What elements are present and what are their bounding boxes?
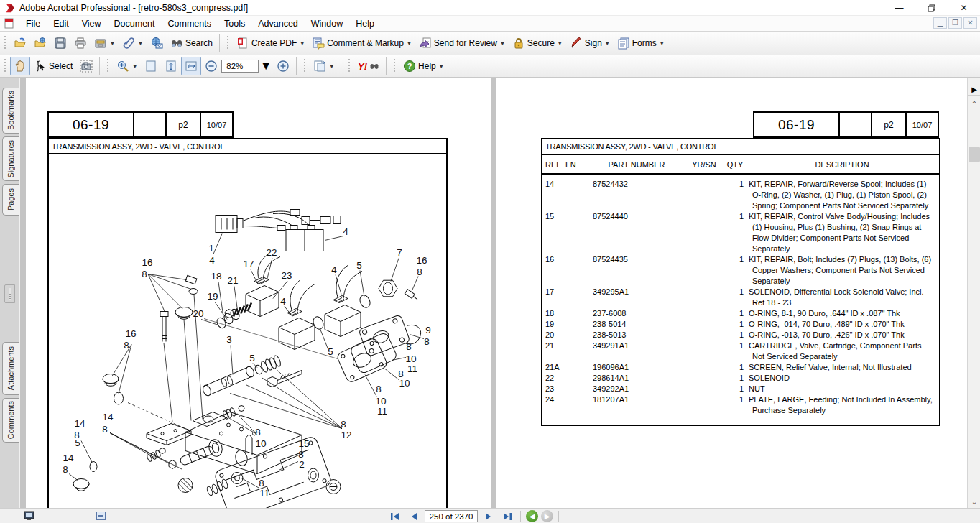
statusbar-separator bbox=[558, 511, 559, 522]
open-button[interactable] bbox=[10, 34, 30, 52]
svg-text:4: 4 bbox=[209, 255, 215, 266]
toolbar-grip[interactable] bbox=[348, 59, 351, 73]
toolbar-grip[interactable] bbox=[303, 59, 306, 73]
print-button[interactable] bbox=[70, 34, 91, 52]
tab-signatures[interactable]: Signatures bbox=[2, 136, 19, 181]
print-icon bbox=[74, 37, 87, 50]
screen-mode-icon[interactable] bbox=[24, 511, 34, 521]
toolbar-grip[interactable] bbox=[106, 59, 109, 73]
secure-button[interactable]: Secure ▼ bbox=[509, 34, 566, 52]
tab-comments[interactable]: Comments bbox=[2, 398, 19, 443]
last-page-icon bbox=[502, 512, 512, 521]
show-pane-button[interactable]: ▶ bbox=[968, 83, 980, 96]
yahoo-search-button[interactable]: Y! bbox=[354, 58, 383, 75]
organizer-icon bbox=[94, 37, 107, 50]
sign-button[interactable]: Sign ▼ bbox=[566, 34, 614, 52]
forms-icon bbox=[617, 37, 630, 50]
secure-label: Secure bbox=[527, 38, 555, 48]
doc-close-button[interactable]: ✕ bbox=[963, 17, 977, 29]
forms-button[interactable]: Forms ▼ bbox=[614, 34, 668, 52]
restore-icon bbox=[928, 4, 935, 12]
send-for-review-label: Send for Review bbox=[434, 38, 497, 48]
page-layout-button[interactable]: ▼ bbox=[310, 57, 338, 75]
toolbar-grip[interactable] bbox=[393, 59, 396, 73]
zoom-level-input[interactable] bbox=[221, 60, 259, 73]
menu-comments[interactable]: Comments bbox=[162, 17, 218, 30]
svg-text:7: 7 bbox=[397, 247, 402, 258]
scrollbar-thumb[interactable] bbox=[969, 147, 980, 162]
menu-advanced[interactable]: Advanced bbox=[251, 17, 305, 30]
svg-text:16: 16 bbox=[125, 328, 136, 339]
zoom-in-tool-button[interactable]: ▼ bbox=[113, 57, 141, 75]
dropdown-arrow-icon: ▼ bbox=[132, 64, 137, 69]
toolbar-grip[interactable] bbox=[4, 36, 6, 50]
menu-view[interactable]: View bbox=[75, 17, 108, 30]
svg-text:4: 4 bbox=[280, 296, 286, 307]
page-header-box: 06-19 p2 10/07 bbox=[47, 111, 234, 138]
first-page-button[interactable] bbox=[387, 510, 403, 522]
organizer-button[interactable]: ▼ bbox=[91, 34, 119, 52]
page-number-input[interactable] bbox=[425, 510, 478, 522]
help-button[interactable]: ? Help ▼ bbox=[399, 57, 448, 75]
zoom-dropdown-arrow-icon[interactable]: ▼ bbox=[260, 60, 272, 73]
toolbar-grip[interactable] bbox=[226, 36, 229, 50]
fit-width-button[interactable] bbox=[181, 57, 201, 75]
restore-button[interactable] bbox=[915, 0, 948, 16]
next-page-button[interactable] bbox=[481, 510, 496, 522]
select-icon bbox=[34, 60, 47, 73]
tab-bookmarks[interactable]: Bookmarks bbox=[2, 88, 19, 134]
dropdown-arrow-icon: ▼ bbox=[660, 41, 665, 46]
doc-minimize-button[interactable]: ▁ bbox=[933, 17, 947, 29]
svg-text:1: 1 bbox=[208, 243, 214, 254]
tab-attachments[interactable]: Attachments bbox=[2, 342, 19, 395]
menu-edit[interactable]: Edit bbox=[47, 17, 75, 30]
last-page-button[interactable] bbox=[499, 510, 515, 522]
col-yrsn: YR/SN bbox=[683, 160, 725, 169]
menu-file[interactable]: File bbox=[19, 17, 47, 30]
search-button[interactable]: Search bbox=[167, 34, 216, 52]
acrobat-app-icon bbox=[5, 3, 15, 13]
doc-restore-button[interactable]: ❐ bbox=[948, 17, 962, 29]
hand-tool-button[interactable] bbox=[10, 57, 30, 75]
menu-window[interactable]: Window bbox=[305, 17, 349, 30]
create-pdf-button[interactable]: Create PDF ▼ bbox=[233, 34, 308, 52]
page-code: p2 bbox=[167, 111, 201, 138]
email-button[interactable] bbox=[147, 34, 167, 52]
save-button[interactable] bbox=[50, 34, 70, 52]
email-icon bbox=[150, 37, 163, 50]
comment-markup-button[interactable]: Comment & Markup ▼ bbox=[308, 34, 415, 52]
svg-text:4: 4 bbox=[331, 264, 337, 275]
next-view-button[interactable]: ▶ bbox=[541, 510, 553, 522]
pane-resize-grip[interactable] bbox=[4, 284, 15, 303]
vertical-scrollbar[interactable]: ▶ ⌃ ⌄ bbox=[967, 78, 980, 508]
open-web-button[interactable] bbox=[30, 34, 50, 52]
tab-pages[interactable]: Pages bbox=[2, 184, 19, 216]
dropdown-arrow-icon: ▼ bbox=[407, 41, 412, 46]
menu-tools[interactable]: Tools bbox=[218, 17, 251, 30]
send-for-review-button[interactable]: Send for Review ▼ bbox=[415, 34, 509, 52]
page-layout-mode-icon[interactable] bbox=[96, 511, 106, 521]
menu-document[interactable]: Document bbox=[108, 17, 162, 30]
previous-page-button[interactable] bbox=[406, 510, 422, 522]
toolbar-grip[interactable] bbox=[4, 59, 6, 73]
search-icon bbox=[170, 37, 183, 50]
menu-help[interactable]: Help bbox=[349, 17, 381, 30]
svg-text:8: 8 bbox=[259, 478, 264, 489]
scroll-up-icon[interactable]: ⌃ bbox=[968, 98, 980, 110]
zoom-in-button[interactable] bbox=[273, 57, 293, 75]
fit-page-button[interactable] bbox=[161, 57, 181, 75]
minimize-button[interactable]: — bbox=[883, 0, 915, 16]
previous-view-button[interactable]: ◀ bbox=[526, 510, 538, 522]
scroll-down-icon[interactable]: ⌄ bbox=[968, 496, 980, 508]
zoom-out-button[interactable] bbox=[201, 57, 221, 75]
toolbar-separator bbox=[386, 57, 387, 75]
close-button[interactable]: ✕ bbox=[948, 0, 980, 16]
select-tool-button[interactable]: Select bbox=[30, 57, 76, 75]
table-row: 16875244351KIT, REPAIR, Bolt; Includes (… bbox=[542, 254, 939, 287]
table-row: 22298614A11SOLENOID bbox=[542, 373, 939, 384]
snapshot-button[interactable] bbox=[76, 57, 96, 75]
document-area[interactable]: 06-19 p2 10/07 TRANSMISSION ASSY, 2WD - … bbox=[20, 78, 967, 508]
attach-button[interactable]: ▼ bbox=[119, 34, 147, 52]
dropdown-arrow-icon: ▼ bbox=[300, 41, 305, 46]
actual-size-button[interactable] bbox=[141, 57, 161, 75]
